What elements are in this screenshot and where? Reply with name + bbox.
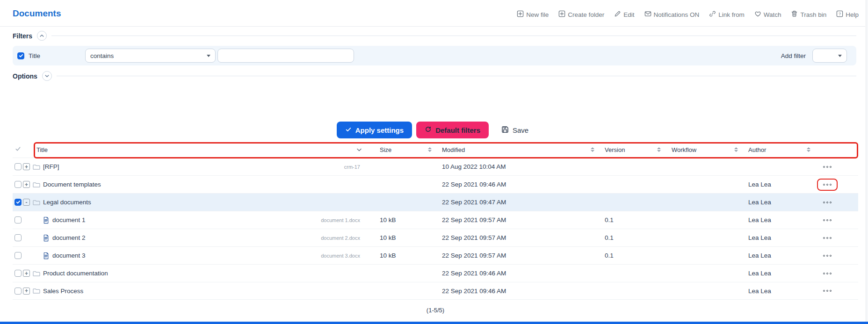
- row-actions-button[interactable]: [817, 232, 838, 244]
- table-row[interactable]: document 3 document 3.docx 10 kB 22 Sep …: [13, 246, 858, 264]
- document-title-link[interactable]: [RFP]: [43, 163, 59, 170]
- row-checkbox-checked[interactable]: [14, 199, 22, 206]
- link-from-label: Link from: [718, 11, 745, 18]
- caret-down-icon: [207, 55, 210, 57]
- row-checkbox[interactable]: [14, 234, 22, 241]
- row-actions-button[interactable]: [817, 250, 838, 262]
- watch-button[interactable]: Watch: [754, 10, 781, 19]
- document-title-link[interactable]: document 1: [52, 216, 86, 223]
- collapse-toggle-button[interactable]: -: [23, 199, 30, 206]
- documents-table: Title Size Modified Version Workflow Aut…: [13, 142, 858, 300]
- edit-button[interactable]: Edit: [614, 10, 634, 19]
- apply-settings-button[interactable]: Apply settings: [337, 122, 412, 138]
- expand-toggle-button[interactable]: +: [23, 163, 30, 170]
- row-checkbox[interactable]: [14, 181, 22, 188]
- filters-section-header: Filters: [13, 31, 856, 41]
- new-file-button[interactable]: New file: [517, 10, 549, 19]
- title-filter-checkbox[interactable]: [17, 52, 24, 59]
- operator-select-value: contains: [90, 52, 114, 59]
- trash-bin-label: Trash bin: [800, 11, 826, 18]
- row-actions-button[interactable]: [817, 285, 838, 297]
- options-expand-button[interactable]: [42, 71, 52, 81]
- expand-toggle-button[interactable]: +: [23, 288, 30, 295]
- add-filter-select[interactable]: [812, 49, 847, 63]
- modified-cell: 22 Sep 2021 09:46 AM: [437, 270, 600, 277]
- author-cell: Lea Lea: [744, 181, 816, 188]
- table-row[interactable]: + [RFP] crm-17 10 Aug 2022 10:04 AM: [13, 158, 858, 175]
- author-cell: Lea Lea: [744, 234, 816, 241]
- modified-cell: 22 Sep 2021 09:47 AM: [437, 199, 600, 206]
- caret-down-icon: [838, 55, 842, 57]
- envelope-icon: [644, 10, 651, 19]
- modified-cell: 22 Sep 2021 09:57 AM: [437, 252, 600, 259]
- new-file-label: New file: [526, 11, 549, 18]
- row-actions-button[interactable]: [817, 161, 838, 173]
- table-row[interactable]: + Product documentation 22 Sep 2021 09:4…: [13, 264, 858, 282]
- column-header-title[interactable]: Title: [22, 146, 374, 153]
- table-row[interactable]: + Document templates 22 Sep 2021 09:46 A…: [13, 175, 858, 193]
- filters-section-label: Filters: [13, 32, 32, 40]
- row-checkbox[interactable]: [14, 252, 22, 259]
- filter-value-input[interactable]: [217, 49, 354, 63]
- bottom-accent-bar: [0, 322, 868, 324]
- document-title-link[interactable]: document 3: [52, 252, 86, 259]
- modified-cell: 22 Sep 2021 09:46 AM: [437, 181, 600, 188]
- document-title-link[interactable]: document 2: [52, 234, 86, 241]
- watch-label: Watch: [764, 11, 781, 18]
- row-actions-button[interactable]: [817, 214, 838, 226]
- column-header-author[interactable]: Author: [744, 146, 816, 153]
- table-row[interactable]: + Sales Process 22 Sep 2021 09:46 AM Lea…: [13, 282, 858, 300]
- select-all-checkbox[interactable]: [13, 146, 22, 153]
- version-cell: 0.1: [600, 234, 666, 241]
- column-header-size[interactable]: Size: [374, 146, 437, 153]
- document-title-link[interactable]: Product documentation: [43, 270, 108, 277]
- table-row-selected[interactable]: - Legal documents 22 Sep 2021 09:47 AM L…: [13, 193, 858, 211]
- expand-toggle-button[interactable]: +: [23, 270, 30, 277]
- folder-icon: [32, 181, 40, 188]
- trash-bin-button[interactable]: Trash bin: [791, 10, 826, 19]
- help-button[interactable]: ? Help: [836, 10, 859, 19]
- svg-text:?: ?: [839, 12, 841, 16]
- column-header-size-label: Size: [380, 146, 391, 153]
- row-checkbox[interactable]: [14, 270, 22, 277]
- version-cell: 0.1: [600, 252, 666, 259]
- row-checkbox[interactable]: [14, 216, 22, 223]
- default-filters-button[interactable]: Default filters: [416, 122, 489, 138]
- column-header-modified[interactable]: Modified: [437, 146, 600, 153]
- folder-icon: [32, 270, 40, 277]
- table-row[interactable]: document 1 document 1.docx 10 kB 22 Sep …: [13, 211, 858, 229]
- create-folder-button[interactable]: Create folder: [558, 10, 604, 19]
- title-filter-label: Title: [29, 52, 40, 59]
- row-actions-button[interactable]: [817, 267, 838, 280]
- column-header-workflow-label: Workflow: [672, 146, 696, 153]
- column-header-workflow[interactable]: Workflow: [666, 146, 744, 153]
- size-cell: 10 kB: [374, 252, 437, 259]
- page-title: Documents: [13, 8, 61, 19]
- sort-both-icon: [591, 147, 594, 152]
- row-checkbox[interactable]: [14, 163, 22, 170]
- operator-select[interactable]: contains: [85, 49, 216, 63]
- create-folder-label: Create folder: [568, 11, 604, 18]
- filters-panel: Title contains Add filter: [13, 46, 856, 65]
- check-icon: [16, 199, 21, 206]
- row-actions-button[interactable]: [817, 196, 838, 209]
- link-from-button[interactable]: Link from: [709, 10, 745, 19]
- file-name-label: document 1.docx: [321, 217, 374, 223]
- add-filter-label: Add filter: [781, 52, 806, 59]
- document-title-link[interactable]: Legal documents: [43, 199, 91, 206]
- filters-collapse-button[interactable]: [37, 31, 47, 41]
- expand-toggle-button[interactable]: +: [23, 181, 30, 188]
- save-button[interactable]: Save: [498, 122, 532, 138]
- notifications-toggle-button[interactable]: Notifications ON: [644, 10, 700, 19]
- document-title-link[interactable]: Document templates: [43, 181, 101, 188]
- record-ref-label: crm-17: [344, 164, 374, 170]
- table-row[interactable]: document 2 document 2.docx 10 kB 22 Sep …: [13, 229, 858, 246]
- row-checkbox[interactable]: [14, 288, 22, 295]
- apply-settings-label: Apply settings: [355, 126, 404, 134]
- sort-both-icon: [657, 147, 661, 152]
- check-icon: [13, 146, 21, 153]
- row-actions-button-annotated[interactable]: [817, 179, 838, 191]
- column-header-version[interactable]: Version: [600, 146, 666, 153]
- scrollbar-track[interactable]: [866, 0, 868, 322]
- document-title-link[interactable]: Sales Process: [43, 288, 83, 295]
